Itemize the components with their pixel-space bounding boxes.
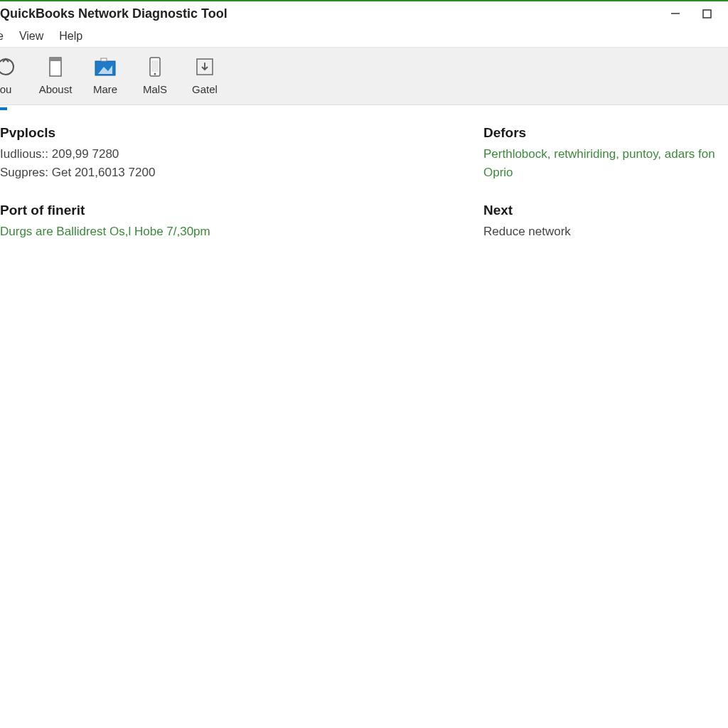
svg-rect-9: [151, 60, 159, 72]
refresh-icon: [0, 55, 18, 79]
section-port-of-finerit: Port of finerit Durgs are Ballidrest Os,…: [0, 203, 455, 241]
section-title: Port of finerit: [0, 203, 455, 218]
svg-point-10: [154, 73, 156, 75]
minimize-button[interactable]: [660, 3, 691, 24]
toolbar-label: Aboust: [39, 83, 73, 95]
section-title: Pvplocls: [0, 125, 455, 141]
maximize-button[interactable]: [691, 3, 722, 24]
section-next: Next Reduce network: [483, 203, 725, 241]
info-line: Reduce network: [483, 223, 725, 241]
svg-rect-6: [101, 58, 107, 61]
window-title: QuickBooks Network Diagnostic Tool: [0, 6, 228, 21]
menu-item-help[interactable]: Help: [59, 30, 82, 43]
svg-point-2: [0, 59, 14, 75]
menu-item-file[interactable]: e: [0, 30, 4, 43]
svg-rect-1: [703, 10, 711, 18]
title-bar: QuickBooks Network Diagnostic Tool: [0, 1, 728, 26]
status-line: Durgs are Ballidrest Os,l Hobe 7/,30pm: [0, 223, 455, 241]
toolbar-label: Mare: [93, 83, 117, 95]
maximize-icon: [702, 9, 712, 18]
section-defors: Defors Perthlobock, retwhiriding, puntoy…: [483, 125, 725, 183]
status-line: Perthlobock, retwhiriding, puntoy, adars…: [483, 145, 725, 183]
page-icon: [43, 55, 68, 79]
content-area: Pvplocls Iudlious:: 209,99 7280 Sugpres:…: [0, 105, 728, 728]
minimize-icon: [670, 9, 680, 18]
section-title: Defors: [483, 125, 725, 141]
section-title: Next: [483, 203, 725, 218]
toolbar-button-gatel[interactable]: Gatel: [186, 53, 223, 105]
menu-bar: e View Help: [0, 26, 728, 47]
info-line: Sugpres: Get 201,6013 7200: [0, 164, 455, 182]
toolbar-button-aboust[interactable]: Aboust: [37, 53, 74, 105]
download-icon: [192, 55, 218, 79]
toolbar-label: ou: [0, 83, 11, 95]
right-column: Defors Perthlobock, retwhiriding, puntoy…: [483, 125, 728, 728]
toolbar-button-ou[interactable]: ou: [0, 53, 24, 105]
app-window: QuickBooks Network Diagnostic Tool e Vie…: [0, 0, 728, 728]
left-column: Pvplocls Iudlious:: 209,99 7280 Sugpres:…: [0, 125, 455, 728]
toolbar-button-mare[interactable]: Mare: [87, 53, 124, 105]
toolbar: ou Aboust Mare MalS Gatel: [0, 47, 728, 105]
toolbar-label: Gatel: [192, 83, 218, 95]
menu-item-view[interactable]: View: [19, 30, 43, 43]
toolbar-button-mals[interactable]: MalS: [136, 53, 173, 105]
phone-icon: [142, 55, 168, 79]
toolbar-label: MalS: [143, 83, 167, 95]
section-pvplocls: Pvplocls Iudlious:: 209,99 7280 Sugpres:…: [0, 125, 455, 183]
info-line: Iudlious:: 209,99 7280: [0, 145, 455, 164]
svg-rect-4: [50, 58, 61, 61]
picture-icon: [92, 55, 118, 79]
